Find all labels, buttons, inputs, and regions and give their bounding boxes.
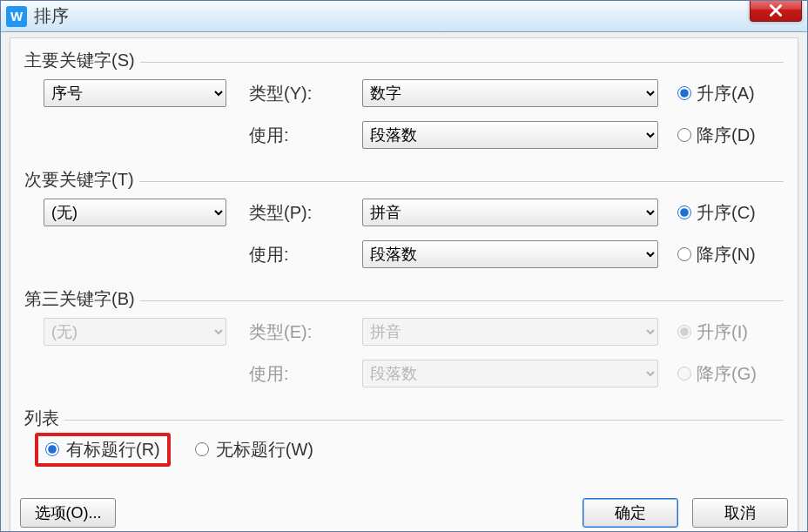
primary-use-select[interactable]: 段落数 bbox=[362, 121, 658, 149]
group-list: 列表 有标题行(R) 无标题行(W) bbox=[24, 407, 784, 468]
secondary-type-label: 类型(P): bbox=[242, 201, 362, 225]
primary-key-select[interactable]: 序号 bbox=[44, 79, 226, 107]
highlight-has-header: 有标题行(R) bbox=[35, 433, 171, 467]
dialog-title: 排序 bbox=[34, 4, 69, 28]
third-type-select: 拼音 bbox=[362, 318, 658, 346]
divider bbox=[140, 62, 784, 63]
legend-list: 列表 bbox=[24, 407, 59, 430]
primary-asc-radio[interactable]: 升序(A) bbox=[667, 82, 780, 105]
close-icon bbox=[770, 4, 782, 17]
ok-button[interactable]: 确定 bbox=[582, 498, 678, 528]
third-key-select: (无) bbox=[44, 318, 226, 346]
no-header-radio[interactable]: 无标题行(W) bbox=[195, 438, 313, 461]
primary-type-select[interactable]: 数字 bbox=[362, 79, 658, 107]
third-asc-radio: 升序(I) bbox=[667, 320, 780, 344]
divider bbox=[64, 420, 784, 421]
legend-third: 第三关键字(B) bbox=[24, 287, 135, 311]
third-desc-radio: 降序(G) bbox=[667, 362, 780, 386]
has-header-radio[interactable]: 有标题行(R) bbox=[45, 438, 160, 461]
sort-dialog: W 排序 主要关键字(S) 序号 类型(Y): bbox=[0, 0, 808, 532]
secondary-use-select[interactable]: 段落数 bbox=[362, 240, 658, 268]
third-use-label: 使用: bbox=[242, 362, 362, 386]
third-type-label: 类型(E): bbox=[242, 320, 362, 344]
dialog-body: 主要关键字(S) 序号 类型(Y): 数字 bbox=[1, 32, 807, 531]
secondary-asc-radio[interactable]: 升序(C) bbox=[667, 201, 780, 225]
legend-primary: 主要关键字(S) bbox=[24, 49, 135, 72]
footer: 选项(O)... 确定 取消 bbox=[20, 498, 788, 532]
group-primary: 主要关键字(S) 序号 类型(Y): 数字 bbox=[24, 49, 784, 156]
close-button[interactable] bbox=[750, 0, 802, 22]
app-icon: W bbox=[6, 6, 27, 27]
options-button[interactable]: 选项(O)... bbox=[20, 498, 116, 528]
divider bbox=[140, 300, 784, 301]
divider bbox=[139, 181, 784, 182]
primary-use-label: 使用: bbox=[242, 124, 362, 147]
group-secondary: 次要关键字(T) (无) 类型(P): 拼音 bbox=[24, 168, 784, 275]
primary-type-label: 类型(Y): bbox=[242, 82, 362, 105]
secondary-use-label: 使用: bbox=[242, 243, 362, 266]
primary-desc-radio[interactable]: 降序(D) bbox=[667, 124, 780, 147]
legend-secondary: 次要关键字(T) bbox=[24, 168, 134, 192]
titlebar: W 排序 bbox=[1, 1, 807, 32]
cancel-button[interactable]: 取消 bbox=[692, 498, 788, 528]
group-third: 第三关键字(B) (无) 类型(E): 拼音 bbox=[24, 287, 784, 394]
panel: 主要关键字(S) 序号 类型(Y): 数字 bbox=[10, 37, 798, 532]
secondary-type-select[interactable]: 拼音 bbox=[362, 199, 658, 226]
secondary-desc-radio[interactable]: 降序(N) bbox=[667, 243, 780, 266]
third-use-select: 段落数 bbox=[362, 360, 658, 387]
secondary-key-select[interactable]: (无) bbox=[44, 199, 226, 226]
